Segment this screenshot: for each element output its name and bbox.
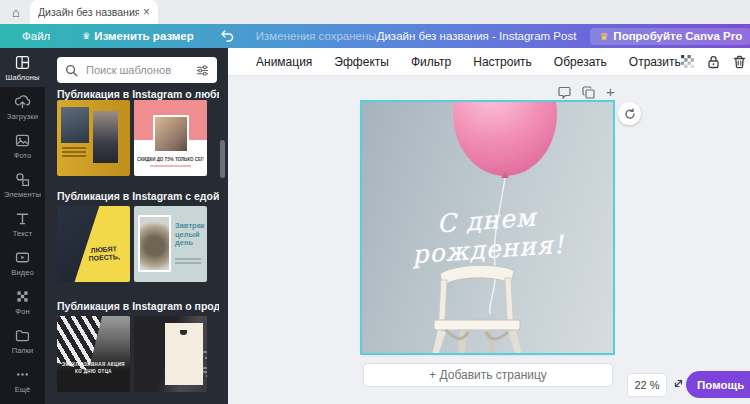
- sidebar-item-elements[interactable]: Элементы: [0, 165, 45, 204]
- fullscreen-icon[interactable]: [672, 377, 685, 390]
- filter-icon[interactable]: [196, 64, 209, 77]
- resize-button[interactable]: ♛ Изменить размер: [82, 30, 194, 42]
- thumb-text-lines: [165, 323, 203, 385]
- sidebar-label: Видео: [11, 268, 33, 277]
- uploads-icon: [14, 93, 31, 110]
- thumb-text-line: [150, 165, 191, 167]
- sidebar-item-photos[interactable]: Фото: [0, 126, 45, 165]
- section-header-food: Публикация в Instagram с едой Показать в…: [57, 190, 219, 202]
- sidebar-label: Ещё: [15, 385, 31, 394]
- section-header-sale: Публикация в Instagram о продаже Показат…: [57, 300, 219, 312]
- adjust-button[interactable]: Настроить: [473, 55, 532, 69]
- try-pro-label: Попробуйте Canva Pro: [613, 30, 742, 42]
- workspace: + С днем рождения! + До: [228, 76, 750, 404]
- crop-button[interactable]: Обрезать: [554, 55, 607, 69]
- thumb-photo: [61, 107, 89, 143]
- sidebar-item-background[interactable]: Фон: [0, 282, 45, 321]
- sidebar-label: Шаблоны: [6, 73, 40, 82]
- template-thumb-food-breakfast[interactable]: Завтрак целый день: [134, 206, 207, 282]
- template-thumb-love-collage[interactable]: [57, 100, 130, 176]
- templates-panel: Публикация в Instagram о любви Показать …: [45, 48, 228, 404]
- sidebar-label: Элементы: [4, 190, 41, 199]
- crown-icon: ♛: [599, 31, 608, 42]
- rotate-icon: [624, 108, 636, 120]
- thumb-text-line: [175, 262, 201, 264]
- lock-icon[interactable]: [707, 55, 720, 69]
- resize-label: Изменить размер: [94, 30, 193, 42]
- template-thumb-coffee-card[interactable]: [134, 316, 207, 392]
- home-icon[interactable]: ⌂: [6, 3, 26, 21]
- transparency-icon[interactable]: [681, 55, 694, 68]
- sidebar: Шаблоны Загрузки Фото Элементы Текст Вид…: [0, 48, 45, 404]
- search-icon: [65, 64, 78, 77]
- template-thumb-food-dark[interactable]: ЛЮБЯТ ПОЕСТЬ,: [57, 206, 130, 282]
- photos-icon: [14, 132, 31, 149]
- browser-tab-title: Дизайн без названия — Ins: [38, 6, 139, 18]
- sidebar-item-folders[interactable]: Папки: [0, 321, 45, 360]
- canva-editor: ⌂ Дизайн без названия — Ins × Файл ♛ Изм…: [0, 0, 750, 404]
- sidebar-item-templates[interactable]: Шаблоны: [0, 48, 45, 87]
- sidebar-item-uploads[interactable]: Загрузки: [0, 87, 45, 126]
- undo-icon[interactable]: [220, 30, 234, 42]
- text-icon: [14, 210, 31, 227]
- notes-icon[interactable]: [558, 86, 571, 99]
- page-actions: +: [558, 86, 616, 99]
- zoom-level[interactable]: 22 %: [627, 373, 667, 397]
- sidebar-label: Фон: [15, 307, 29, 316]
- chair-graphic: [426, 260, 526, 353]
- templates-icon: [14, 54, 31, 71]
- section-title: Публикация в Instagram о продаже: [57, 300, 219, 312]
- section-title: Публикация в Instagram о любви: [57, 88, 219, 100]
- file-menu[interactable]: Файл: [22, 30, 50, 42]
- search-box[interactable]: [57, 57, 217, 83]
- thumb-text-line: [175, 258, 201, 260]
- template-thumb-fathers-day[interactable]: ЭКСКЛЮЗИВНАЯ АКЦИЯ КО ДНЮ ОТЦА: [57, 316, 130, 392]
- more-icon: [14, 366, 31, 383]
- template-thumb-wedding-sale[interactable]: СКИДКИ ДО 75% ТОЛЬКО СЕГОДНЯ: [134, 100, 207, 176]
- thumb-photo: [153, 115, 189, 153]
- canvas-toolbar: Анимация Эффекты Фильтр Настроить Обреза…: [228, 48, 750, 76]
- save-status: Изменения сохранены: [256, 30, 377, 42]
- browser-tab[interactable]: Дизайн без названия — Ins ×: [30, 0, 158, 24]
- thumb-caption: ЭКСКЛЮЗИВНАЯ АКЦИЯ КО ДНЮ ОТЦА: [59, 362, 128, 376]
- folders-icon: [14, 327, 31, 344]
- thumb-text-lines: [62, 147, 86, 159]
- panel-scrollbar[interactable]: [220, 140, 225, 178]
- document-title[interactable]: Дизайн без названия - Instagram Post: [377, 30, 577, 42]
- rotate-button[interactable]: [618, 102, 641, 125]
- flip-button[interactable]: Отразить: [629, 55, 681, 69]
- try-pro-button[interactable]: ♛ Попробуйте Canva Pro: [590, 28, 750, 45]
- help-button[interactable]: Помощь ?: [686, 371, 750, 398]
- sidebar-label: Загрузки: [7, 112, 38, 121]
- thumb-photo: [138, 215, 171, 272]
- help-label: Помощь: [697, 379, 744, 391]
- sidebar-item-video[interactable]: Видео: [0, 243, 45, 282]
- canvas-page[interactable]: С днем рождения!: [362, 102, 613, 353]
- app-toolbar: Файл ♛ Изменить размер Изменения сохране…: [0, 24, 750, 48]
- thumb-photo: [93, 111, 118, 163]
- background-icon: [14, 288, 31, 305]
- search-input[interactable]: [84, 63, 190, 77]
- sidebar-label: Папки: [12, 346, 34, 355]
- duplicate-icon[interactable]: [582, 86, 595, 99]
- trash-icon[interactable]: [733, 55, 746, 69]
- crown-icon: ♛: [82, 31, 90, 41]
- browser-tab-bar: ⌂ Дизайн без названия — Ins ×: [0, 0, 750, 24]
- effects-button[interactable]: Эффекты: [334, 55, 389, 69]
- sidebar-item-text[interactable]: Текст: [0, 204, 45, 243]
- elements-icon: [14, 171, 31, 188]
- close-icon[interactable]: ×: [143, 6, 150, 18]
- add-page-button[interactable]: + Добавить страницу: [363, 363, 613, 387]
- thumb-caption: Завтрак целый день: [175, 222, 205, 248]
- section-header-love: Публикация в Instagram о любви Показать …: [57, 88, 219, 100]
- thumb-caption: СКИДКИ ДО 75% ТОЛЬКО СЕГОДНЯ: [137, 157, 204, 162]
- sidebar-item-more[interactable]: Ещё: [0, 360, 45, 399]
- sidebar-label: Текст: [13, 229, 32, 238]
- animate-button[interactable]: Анимация: [256, 55, 312, 69]
- video-icon: [14, 249, 31, 266]
- section-title: Публикация в Instagram с едой: [57, 190, 219, 202]
- filter-button[interactable]: Фильтр: [411, 55, 451, 69]
- sidebar-label: Фото: [14, 151, 32, 160]
- add-icon[interactable]: +: [606, 86, 615, 99]
